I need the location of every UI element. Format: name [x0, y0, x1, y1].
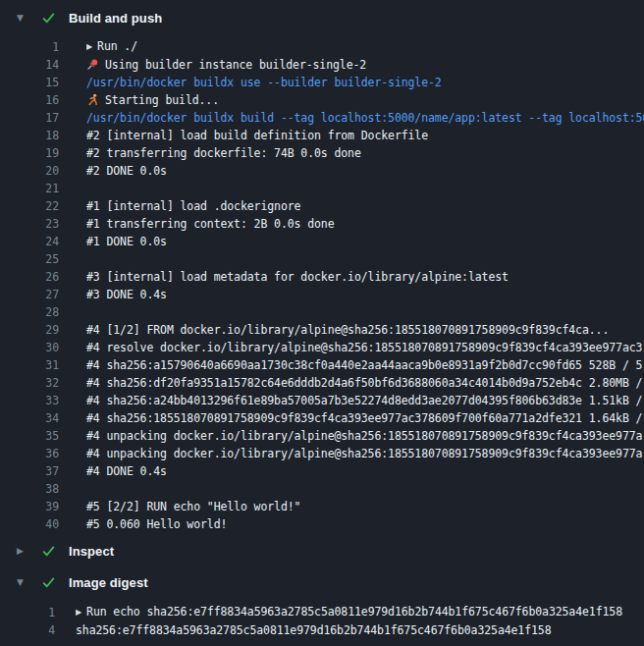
log-command-text: /usr/bin/docker buildx use --builder bui… — [86, 74, 644, 91]
log-text-content: /usr/bin/docker buildx use --builder bui… — [86, 76, 442, 89]
log-text: Starting build... — [86, 91, 644, 109]
log-text-content: Using builder instance builder-single-2 — [105, 58, 366, 72]
log-text-content: Starting build... — [105, 93, 219, 107]
line-number[interactable]: 38 — [0, 480, 59, 498]
log-lines: 1▶Run ./14Using builder instance builder… — [0, 38, 644, 533]
log-text: #4 sha256:df20fa9351a15782c64e6dddb2d4a6… — [86, 374, 644, 392]
pushpin-icon — [86, 58, 99, 71]
log-text-content: #4 sha256:185518070891758909c9f839cf4ca3… — [86, 411, 642, 425]
log-line: 19#2 transferring dockerfile: 74B 0.0s d… — [0, 144, 644, 162]
section-digest: ▼Image digest1▶Run echo sha256:e7ff8834a… — [0, 569, 644, 639]
chevron-down-icon[interactable]: ▼ — [17, 578, 27, 587]
line-number[interactable]: 20 — [0, 162, 59, 180]
section-header-inspect[interactable]: ▶Inspect — [0, 538, 644, 564]
line-number[interactable]: 4 — [0, 621, 55, 639]
log-text-content: #2 transferring dockerfile: 74B 0.0s don… — [86, 146, 361, 160]
log-line: 32#4 sha256:df20fa9351a15782c64e6dddb2d4… — [0, 374, 644, 392]
log-line: 23#1 transferring context: 2B 0.0s done — [0, 215, 644, 233]
line-number[interactable]: 17 — [0, 109, 59, 127]
log-line: 20#2 DONE 0.0s — [0, 162, 644, 180]
section-title[interactable]: Inspect — [69, 544, 114, 559]
log-text: #4 sha256:a15790640a6690aa1730c38cf0a440… — [86, 356, 644, 374]
line-number[interactable]: 37 — [0, 462, 59, 480]
log-line: 33#4 sha256:a24bb4013296f61e89ba57005a7b… — [0, 392, 644, 409]
line-number[interactable]: 39 — [0, 498, 59, 515]
log-line: 34#4 sha256:185518070891758909c9f839cf4c… — [0, 409, 644, 427]
line-number[interactable]: 33 — [0, 392, 59, 409]
line-number[interactable]: 24 — [0, 233, 59, 250]
log-text: #4 DONE 0.4s — [86, 462, 644, 480]
log-text-content: #2 DONE 0.0s — [86, 164, 167, 178]
log-text-content: #3 DONE 0.4s — [86, 288, 167, 301]
log-line: 39#5 [2/2] RUN echo "Hello world!" — [0, 498, 644, 515]
log-line: 16Starting build... — [0, 91, 644, 109]
log-text: #4 resolve docker.io/library/alpine@sha2… — [86, 339, 644, 356]
log-text-content: #1 transferring context: 2B 0.0s done — [86, 217, 334, 231]
section-title[interactable]: Image digest — [69, 575, 148, 590]
log-text-content: #2 [internal] load build definition from… — [86, 129, 428, 142]
log-line: 1▶Run ./ — [0, 38, 644, 56]
log-text-content: #5 [2/2] RUN echo "Hello world!" — [86, 500, 300, 513]
line-number[interactable]: 30 — [0, 339, 59, 356]
log-line: 28 — [0, 303, 644, 321]
log-text: #4 unpacking docker.io/library/alpine@sh… — [86, 445, 644, 462]
line-number[interactable]: 29 — [0, 321, 59, 339]
line-number[interactable]: 21 — [0, 180, 59, 197]
log-text: #4 sha256:a24bb4013296f61e89ba57005a7b3e… — [86, 392, 644, 409]
line-number[interactable]: 14 — [0, 56, 59, 74]
line-number[interactable]: 23 — [0, 215, 59, 233]
section-title[interactable]: Build and push — [69, 11, 162, 26]
log-text-content: #5 0.060 Hello world! — [86, 517, 227, 531]
log-text-content: #4 sha256:a24bb4013296f61e89ba57005a7b3e… — [86, 394, 642, 407]
line-number[interactable]: 36 — [0, 445, 59, 462]
log-text-content: #1 [internal] load .dockerignore — [86, 199, 300, 213]
chevron-down-icon[interactable]: ▼ — [17, 14, 27, 23]
line-number[interactable]: 16 — [0, 91, 59, 109]
section-header-digest[interactable]: ▼Image digest — [0, 569, 644, 595]
line-number[interactable]: 27 — [0, 286, 59, 303]
check-icon — [41, 575, 56, 590]
line-number[interactable]: 40 — [0, 515, 59, 533]
log-line: 22#1 [internal] load .dockerignore — [0, 197, 644, 215]
section-build: ▼Build and push1▶Run ./14Using builder i… — [0, 5, 644, 533]
line-number[interactable]: 1 — [0, 604, 55, 621]
log-text-content: #4 unpacking docker.io/library/alpine@sh… — [86, 429, 642, 443]
log-text: ▶Run ./ — [86, 37, 644, 57]
log-text: #1 DONE 0.0s — [86, 233, 644, 250]
log-text-content: #4 sha256:df20fa9351a15782c64e6dddb2d4a6… — [86, 376, 642, 390]
chevron-right-icon[interactable]: ▶ — [17, 547, 27, 556]
log-text: #4 unpacking docker.io/library/alpine@sh… — [86, 427, 644, 445]
section-header-build[interactable]: ▼Build and push — [0, 5, 644, 30]
log-text-content: Run ./ — [97, 39, 137, 53]
line-number[interactable]: 34 — [0, 409, 59, 427]
log-text-content: Run echo sha256:e7ff8834a5963a2785c5a081… — [86, 605, 622, 619]
expand-group-icon[interactable]: ▶ — [76, 604, 81, 621]
line-number[interactable]: 18 — [0, 127, 59, 144]
log-line: 21 — [0, 180, 644, 197]
line-number[interactable]: 25 — [0, 250, 59, 268]
log-text: #3 [internal] load metadata for docker.i… — [86, 268, 644, 286]
line-number[interactable]: 1 — [0, 38, 59, 56]
line-number[interactable]: 26 — [0, 268, 59, 286]
line-number[interactable]: 22 — [0, 197, 59, 215]
log-line: 25 — [0, 250, 644, 268]
log-text: #3 DONE 0.4s — [86, 286, 644, 303]
line-number[interactable]: 35 — [0, 427, 59, 445]
log-text: #2 transferring dockerfile: 74B 0.0s don… — [86, 144, 644, 162]
log-line: 1▶Run echo sha256:e7ff8834a5963a2785c5a0… — [0, 604, 644, 621]
line-number[interactable]: 32 — [0, 374, 59, 392]
log-text: sha256:e7ff8834a5963a2785c5a0811e979d16b… — [76, 621, 644, 639]
log-text: #2 [internal] load build definition from… — [86, 127, 644, 144]
log-line: 14Using builder instance builder-single-… — [0, 56, 644, 74]
expand-group-icon[interactable]: ▶ — [86, 38, 92, 56]
line-number[interactable]: 31 — [0, 356, 59, 374]
log-line: 4sha256:e7ff8834a5963a2785c5a0811e979d16… — [0, 621, 644, 639]
log-line: 40#5 0.060 Hello world! — [0, 515, 644, 533]
log-line: 18#2 [internal] load build definition fr… — [0, 127, 644, 144]
log-line: 24#1 DONE 0.0s — [0, 233, 644, 250]
line-number[interactable]: 15 — [0, 74, 59, 91]
line-number[interactable]: 28 — [0, 303, 59, 321]
log-text: ▶Run echo sha256:e7ff8834a5963a2785c5a08… — [76, 603, 644, 622]
log-text-content: #4 [1/2] FROM docker.io/library/alpine@s… — [86, 323, 609, 337]
line-number[interactable]: 19 — [0, 144, 59, 162]
